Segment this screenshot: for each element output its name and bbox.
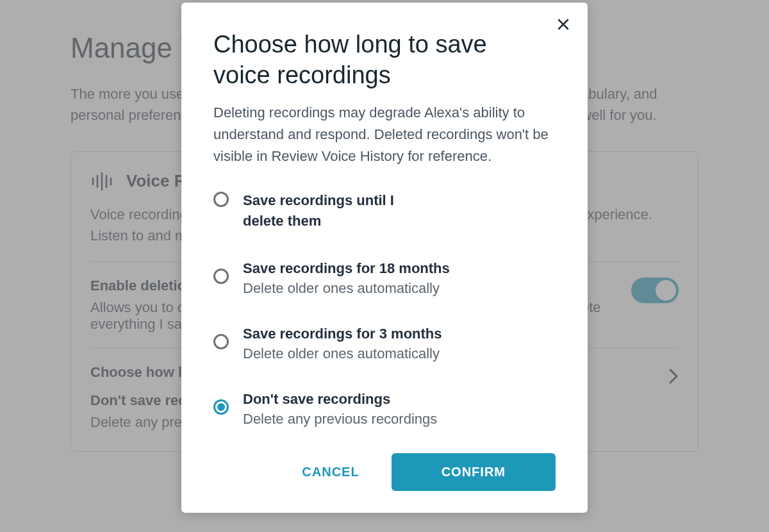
cancel-button[interactable]: CANCEL: [280, 453, 381, 491]
option-sublabel: Delete older ones automatically: [243, 345, 556, 362]
dialog-actions: CANCEL CONFIRM: [213, 453, 556, 491]
radio-icon: [213, 399, 229, 415]
radio-icon: [213, 192, 229, 207]
radio-group: Save recordings until I delete them Save…: [213, 190, 556, 427]
option-label: Save recordings until I delete them: [243, 190, 435, 231]
option-dont-save[interactable]: Don't save recordings Delete any previou…: [213, 389, 556, 428]
radio-icon: [213, 334, 229, 349]
dialog-title: Choose how long to save voice recordings: [213, 29, 556, 90]
option-label: Don't save recordings: [243, 389, 556, 410]
modal-overlay: Choose how long to save voice recordings…: [0, 0, 769, 532]
option-label: Save recordings for 3 months: [243, 324, 556, 344]
option-18-months[interactable]: Save recordings for 18 months Delete old…: [213, 258, 556, 297]
option-until-delete[interactable]: Save recordings until I delete them: [213, 190, 556, 231]
close-icon[interactable]: [557, 18, 570, 33]
radio-icon: [213, 269, 229, 284]
option-3-months[interactable]: Save recordings for 3 months Delete olde…: [213, 324, 556, 362]
dialog-subtitle: Deleting recordings may degrade Alexa's …: [213, 102, 556, 167]
option-sublabel: Delete any previous recordings: [243, 411, 556, 428]
option-label: Save recordings for 18 months: [243, 258, 556, 279]
confirm-button[interactable]: CONFIRM: [392, 453, 556, 491]
save-recordings-dialog: Choose how long to save voice recordings…: [181, 3, 588, 513]
option-sublabel: Delete older ones automatically: [243, 280, 556, 297]
